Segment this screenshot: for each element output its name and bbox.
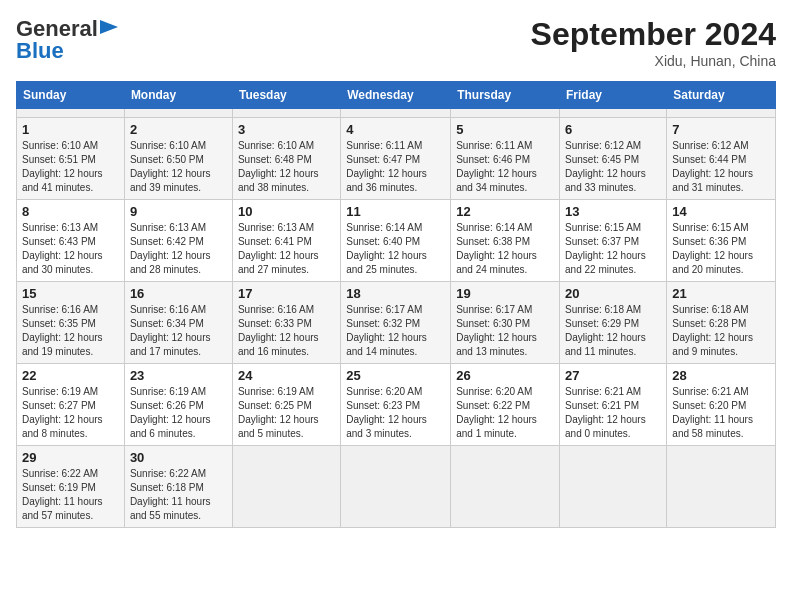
calendar-cell: 29Sunrise: 6:22 AMSunset: 6:19 PMDayligh…	[17, 446, 125, 528]
day-detail: Sunrise: 6:11 AMSunset: 6:47 PMDaylight:…	[346, 139, 445, 195]
calendar-cell: 7Sunrise: 6:12 AMSunset: 6:44 PMDaylight…	[667, 118, 776, 200]
day-detail: Sunrise: 6:10 AMSunset: 6:50 PMDaylight:…	[130, 139, 227, 195]
calendar-cell: 10Sunrise: 6:13 AMSunset: 6:41 PMDayligh…	[232, 200, 340, 282]
day-number: 3	[238, 122, 335, 137]
day-number: 30	[130, 450, 227, 465]
col-wednesday: Wednesday	[341, 82, 451, 109]
day-detail: Sunrise: 6:10 AMSunset: 6:48 PMDaylight:…	[238, 139, 335, 195]
location-subtitle: Xidu, Hunan, China	[531, 53, 776, 69]
calendar-cell	[232, 446, 340, 528]
calendar-cell: 22Sunrise: 6:19 AMSunset: 6:27 PMDayligh…	[17, 364, 125, 446]
calendar-cell: 17Sunrise: 6:16 AMSunset: 6:33 PMDayligh…	[232, 282, 340, 364]
calendar-cell	[451, 446, 560, 528]
day-number: 1	[22, 122, 119, 137]
day-number: 6	[565, 122, 661, 137]
calendar-cell: 27Sunrise: 6:21 AMSunset: 6:21 PMDayligh…	[560, 364, 667, 446]
day-detail: Sunrise: 6:12 AMSunset: 6:44 PMDaylight:…	[672, 139, 770, 195]
calendar-table: Sunday Monday Tuesday Wednesday Thursday…	[16, 81, 776, 528]
day-number: 13	[565, 204, 661, 219]
col-saturday: Saturday	[667, 82, 776, 109]
day-detail: Sunrise: 6:16 AMSunset: 6:35 PMDaylight:…	[22, 303, 119, 359]
calendar-cell	[560, 109, 667, 118]
day-detail: Sunrise: 6:19 AMSunset: 6:27 PMDaylight:…	[22, 385, 119, 441]
calendar-cell: 14Sunrise: 6:15 AMSunset: 6:36 PMDayligh…	[667, 200, 776, 282]
day-number: 20	[565, 286, 661, 301]
calendar-cell: 5Sunrise: 6:11 AMSunset: 6:46 PMDaylight…	[451, 118, 560, 200]
calendar-cell: 1Sunrise: 6:10 AMSunset: 6:51 PMDaylight…	[17, 118, 125, 200]
day-number: 28	[672, 368, 770, 383]
calendar-cell: 18Sunrise: 6:17 AMSunset: 6:32 PMDayligh…	[341, 282, 451, 364]
day-detail: Sunrise: 6:22 AMSunset: 6:19 PMDaylight:…	[22, 467, 119, 523]
day-detail: Sunrise: 6:10 AMSunset: 6:51 PMDaylight:…	[22, 139, 119, 195]
calendar-cell: 16Sunrise: 6:16 AMSunset: 6:34 PMDayligh…	[124, 282, 232, 364]
day-detail: Sunrise: 6:16 AMSunset: 6:33 PMDaylight:…	[238, 303, 335, 359]
calendar-cell: 19Sunrise: 6:17 AMSunset: 6:30 PMDayligh…	[451, 282, 560, 364]
day-number: 24	[238, 368, 335, 383]
calendar-cell	[560, 446, 667, 528]
day-detail: Sunrise: 6:11 AMSunset: 6:46 PMDaylight:…	[456, 139, 554, 195]
calendar-cell: 20Sunrise: 6:18 AMSunset: 6:29 PMDayligh…	[560, 282, 667, 364]
day-number: 14	[672, 204, 770, 219]
day-detail: Sunrise: 6:21 AMSunset: 6:21 PMDaylight:…	[565, 385, 661, 441]
calendar-cell: 11Sunrise: 6:14 AMSunset: 6:40 PMDayligh…	[341, 200, 451, 282]
calendar-cell: 24Sunrise: 6:19 AMSunset: 6:25 PMDayligh…	[232, 364, 340, 446]
col-friday: Friday	[560, 82, 667, 109]
calendar-week-row: 1Sunrise: 6:10 AMSunset: 6:51 PMDaylight…	[17, 118, 776, 200]
calendar-cell: 13Sunrise: 6:15 AMSunset: 6:37 PMDayligh…	[560, 200, 667, 282]
calendar-cell	[232, 109, 340, 118]
calendar-week-row: 22Sunrise: 6:19 AMSunset: 6:27 PMDayligh…	[17, 364, 776, 446]
day-detail: Sunrise: 6:12 AMSunset: 6:45 PMDaylight:…	[565, 139, 661, 195]
calendar-cell: 15Sunrise: 6:16 AMSunset: 6:35 PMDayligh…	[17, 282, 125, 364]
calendar-cell	[451, 109, 560, 118]
day-number: 18	[346, 286, 445, 301]
calendar-cell: 21Sunrise: 6:18 AMSunset: 6:28 PMDayligh…	[667, 282, 776, 364]
calendar-cell	[667, 109, 776, 118]
day-number: 17	[238, 286, 335, 301]
day-number: 19	[456, 286, 554, 301]
month-title: September 2024	[531, 16, 776, 53]
day-detail: Sunrise: 6:20 AMSunset: 6:22 PMDaylight:…	[456, 385, 554, 441]
day-detail: Sunrise: 6:15 AMSunset: 6:37 PMDaylight:…	[565, 221, 661, 277]
logo: General Blue	[16, 16, 122, 64]
day-detail: Sunrise: 6:21 AMSunset: 6:20 PMDaylight:…	[672, 385, 770, 441]
day-number: 12	[456, 204, 554, 219]
calendar-week-row: 15Sunrise: 6:16 AMSunset: 6:35 PMDayligh…	[17, 282, 776, 364]
day-number: 26	[456, 368, 554, 383]
day-number: 22	[22, 368, 119, 383]
day-detail: Sunrise: 6:18 AMSunset: 6:28 PMDaylight:…	[672, 303, 770, 359]
calendar-week-row	[17, 109, 776, 118]
day-detail: Sunrise: 6:13 AMSunset: 6:43 PMDaylight:…	[22, 221, 119, 277]
day-number: 25	[346, 368, 445, 383]
day-number: 4	[346, 122, 445, 137]
day-number: 16	[130, 286, 227, 301]
page-header: General Blue September 2024 Xidu, Hunan,…	[16, 16, 776, 69]
title-block: September 2024 Xidu, Hunan, China	[531, 16, 776, 69]
day-detail: Sunrise: 6:14 AMSunset: 6:38 PMDaylight:…	[456, 221, 554, 277]
day-number: 29	[22, 450, 119, 465]
day-number: 5	[456, 122, 554, 137]
day-detail: Sunrise: 6:19 AMSunset: 6:26 PMDaylight:…	[130, 385, 227, 441]
day-number: 8	[22, 204, 119, 219]
col-tuesday: Tuesday	[232, 82, 340, 109]
calendar-cell	[341, 446, 451, 528]
day-detail: Sunrise: 6:18 AMSunset: 6:29 PMDaylight:…	[565, 303, 661, 359]
day-number: 2	[130, 122, 227, 137]
calendar-cell: 8Sunrise: 6:13 AMSunset: 6:43 PMDaylight…	[17, 200, 125, 282]
col-sunday: Sunday	[17, 82, 125, 109]
col-thursday: Thursday	[451, 82, 560, 109]
calendar-cell: 25Sunrise: 6:20 AMSunset: 6:23 PMDayligh…	[341, 364, 451, 446]
day-number: 10	[238, 204, 335, 219]
day-detail: Sunrise: 6:19 AMSunset: 6:25 PMDaylight:…	[238, 385, 335, 441]
day-number: 23	[130, 368, 227, 383]
day-detail: Sunrise: 6:17 AMSunset: 6:30 PMDaylight:…	[456, 303, 554, 359]
svg-marker-0	[100, 20, 118, 34]
day-number: 7	[672, 122, 770, 137]
calendar-cell	[341, 109, 451, 118]
day-detail: Sunrise: 6:20 AMSunset: 6:23 PMDaylight:…	[346, 385, 445, 441]
day-detail: Sunrise: 6:13 AMSunset: 6:42 PMDaylight:…	[130, 221, 227, 277]
calendar-week-row: 29Sunrise: 6:22 AMSunset: 6:19 PMDayligh…	[17, 446, 776, 528]
col-monday: Monday	[124, 82, 232, 109]
calendar-cell: 30Sunrise: 6:22 AMSunset: 6:18 PMDayligh…	[124, 446, 232, 528]
calendar-cell: 12Sunrise: 6:14 AMSunset: 6:38 PMDayligh…	[451, 200, 560, 282]
calendar-cell	[17, 109, 125, 118]
